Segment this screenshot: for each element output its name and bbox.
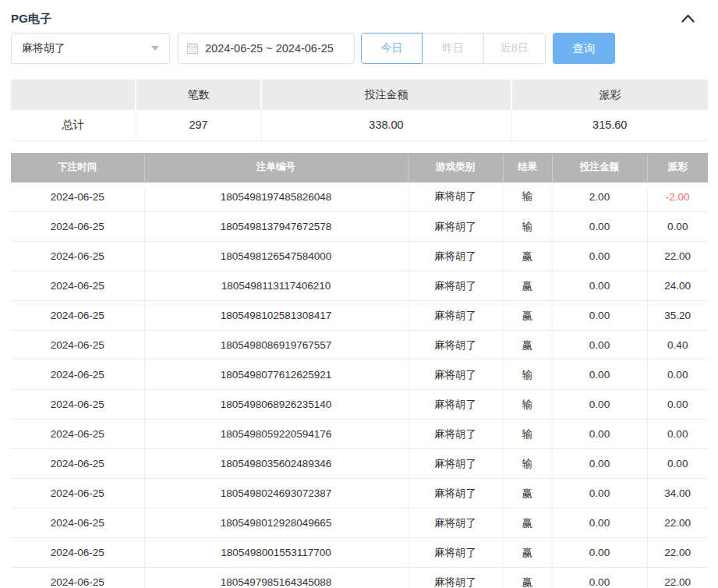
table-row: 2024-06-251805498113117406210麻将胡了赢0.0024… <box>11 271 708 301</box>
cell-game-type: 麻将胡了 <box>408 508 503 538</box>
cell-bet-id: 1805498113117406210 <box>144 271 408 301</box>
cell-game-type: 麻将胡了 <box>408 271 503 301</box>
table-row: 2024-06-251805498001553117700麻将胡了赢0.0022… <box>11 538 708 568</box>
cell-payout: 0.00 <box>647 390 708 420</box>
search-button[interactable]: 查询 <box>553 33 615 64</box>
cell-bet-time: 2024-06-25 <box>11 360 144 390</box>
cell-payout: 34.00 <box>647 479 708 508</box>
cell-game-type: 麻将胡了 <box>408 331 503 360</box>
collapse-button[interactable] <box>678 9 697 28</box>
cell-payout: 24.00 <box>647 271 708 301</box>
cell-bet-amount: 0.00 <box>552 301 647 331</box>
cell-bet-id: 1805498137947672578 <box>144 212 408 242</box>
summary-header-bet-amount: 投注金额 <box>261 80 511 110</box>
date-range-picker[interactable]: 2024-06-25 ~ 2024-06-25 <box>178 33 355 64</box>
cell-payout: 0.00 <box>647 449 708 479</box>
quick-date-button-group: 今日 昨日 近8日 <box>361 33 546 64</box>
cell-game-type: 麻将胡了 <box>408 390 503 420</box>
summary-count-value: 297 <box>136 110 261 140</box>
cell-payout: 0.00 <box>647 360 708 390</box>
cell-bet-time: 2024-06-25 <box>11 331 144 360</box>
game-select[interactable]: 麻将胡了 <box>11 33 170 64</box>
table-row: 2024-06-251805498126547584000麻将胡了赢0.0022… <box>11 242 708 271</box>
table-row: 2024-06-251805498086919767557麻将胡了赢0.000.… <box>11 331 708 360</box>
summary-header-row: 笔数 投注金额 派彩 <box>11 80 708 110</box>
cell-game-type: 麻将胡了 <box>408 242 503 271</box>
cell-payout: 22.00 <box>647 508 708 538</box>
page-title: PG电子 <box>11 12 51 27</box>
summary-header-payout: 派彩 <box>511 80 708 110</box>
cell-game-type: 麻将胡了 <box>408 538 503 568</box>
table-row: 2024-06-251805498024693072387麻将胡了赢0.0034… <box>11 479 708 508</box>
cell-bet-amount: 2.00 <box>552 182 647 212</box>
header-payout: 派彩 <box>647 153 708 182</box>
cell-result: 输 <box>503 182 552 212</box>
cell-game-type: 麻将胡了 <box>408 449 503 479</box>
cell-bet-id: 1805498126547584000 <box>144 242 408 271</box>
summary-total-row: 总计 297 338.00 315.60 <box>11 110 708 140</box>
summary-total-label: 总计 <box>11 110 136 140</box>
cell-payout: -2.00 <box>647 182 708 212</box>
cell-payout: 22.00 <box>647 538 708 568</box>
cell-bet-id: 1805498024693072387 <box>144 479 408 508</box>
table-row: 2024-06-251805498012928049665麻将胡了赢0.0022… <box>11 508 708 538</box>
cell-bet-time: 2024-06-25 <box>11 271 144 301</box>
cell-bet-amount: 0.00 <box>552 479 647 508</box>
today-button[interactable]: 今日 <box>361 33 423 64</box>
cell-bet-amount: 0.00 <box>552 390 647 420</box>
table-row: 2024-06-251805498077612625921麻将胡了输0.000.… <box>11 360 708 390</box>
yesterday-button[interactable]: 昨日 <box>423 33 484 64</box>
table-row: 2024-06-251805498068926235140麻将胡了输0.000.… <box>11 390 708 420</box>
cell-result: 输 <box>503 449 552 479</box>
summary-payout-value: 315.60 <box>511 110 708 140</box>
cell-result: 输 <box>503 420 552 449</box>
cell-bet-amount: 0.00 <box>552 568 647 588</box>
table-row: 2024-06-251805498102581308417麻将胡了赢0.0035… <box>11 301 708 331</box>
cell-result: 赢 <box>503 479 552 508</box>
cell-bet-time: 2024-06-25 <box>11 568 144 588</box>
cell-payout: 22.00 <box>647 242 708 271</box>
cell-bet-time: 2024-06-25 <box>11 212 144 242</box>
cell-bet-time: 2024-06-25 <box>11 301 144 331</box>
cell-bet-amount: 0.00 <box>552 331 647 360</box>
cell-payout: 0.00 <box>647 212 708 242</box>
chevron-up-icon <box>681 12 695 26</box>
header-game-type: 游戏类别 <box>408 153 503 182</box>
panel-header: PG电子 <box>11 0 708 27</box>
cell-result: 赢 <box>503 508 552 538</box>
cell-bet-time: 2024-06-25 <box>11 182 144 212</box>
caret-down-icon <box>151 46 159 51</box>
pg-panel: PG电子 麻将胡了 <box>0 0 718 588</box>
cell-bet-id: 1805498059220594176 <box>144 420 408 449</box>
filter-bar: 麻将胡了 2024-06-25 ~ 2024-06-25 今日 昨日 近8日 <box>11 33 708 64</box>
cell-bet-id: 1805498012928049665 <box>144 508 408 538</box>
bet-records-table: 下注时间 注单编号 游戏类别 结果 投注金额 派彩 2024-06-251805… <box>11 153 708 588</box>
cell-bet-amount: 0.00 <box>552 508 647 538</box>
summary-header-count: 笔数 <box>136 80 261 110</box>
header-bet-time: 下注时间 <box>11 153 144 182</box>
cell-bet-amount: 0.00 <box>552 360 647 390</box>
header-bet-id: 注单编号 <box>144 153 408 182</box>
cell-bet-amount: 0.00 <box>552 242 647 271</box>
header-bet-amount: 投注金额 <box>552 153 647 182</box>
cell-bet-id: 1805498077612625921 <box>144 360 408 390</box>
summary-bet-amount-value: 338.00 <box>261 110 511 140</box>
cell-bet-amount: 0.00 <box>552 449 647 479</box>
cell-result: 输 <box>503 390 552 420</box>
table-row: 2024-06-251805498059220594176麻将胡了输0.000.… <box>11 420 708 449</box>
cell-game-type: 麻将胡了 <box>408 568 503 588</box>
table-row: 2024-06-251805497985164345088麻将胡了赢0.0022… <box>11 568 708 588</box>
last-8-days-button[interactable]: 近8日 <box>484 33 546 64</box>
cell-payout: 0.00 <box>647 420 708 449</box>
cell-game-type: 麻将胡了 <box>408 479 503 508</box>
cell-result: 赢 <box>503 331 552 360</box>
records-header-row: 下注时间 注单编号 游戏类别 结果 投注金额 派彩 <box>11 153 708 182</box>
summary-table: 笔数 投注金额 派彩 总计 297 338.00 315.60 <box>11 80 708 141</box>
cell-game-type: 麻将胡了 <box>408 360 503 390</box>
cell-bet-amount: 0.00 <box>552 271 647 301</box>
cell-bet-time: 2024-06-25 <box>11 242 144 271</box>
calendar-icon <box>186 42 199 55</box>
cell-result: 赢 <box>503 271 552 301</box>
cell-bet-id: 1805498001553117700 <box>144 538 408 568</box>
cell-bet-time: 2024-06-25 <box>11 538 144 568</box>
